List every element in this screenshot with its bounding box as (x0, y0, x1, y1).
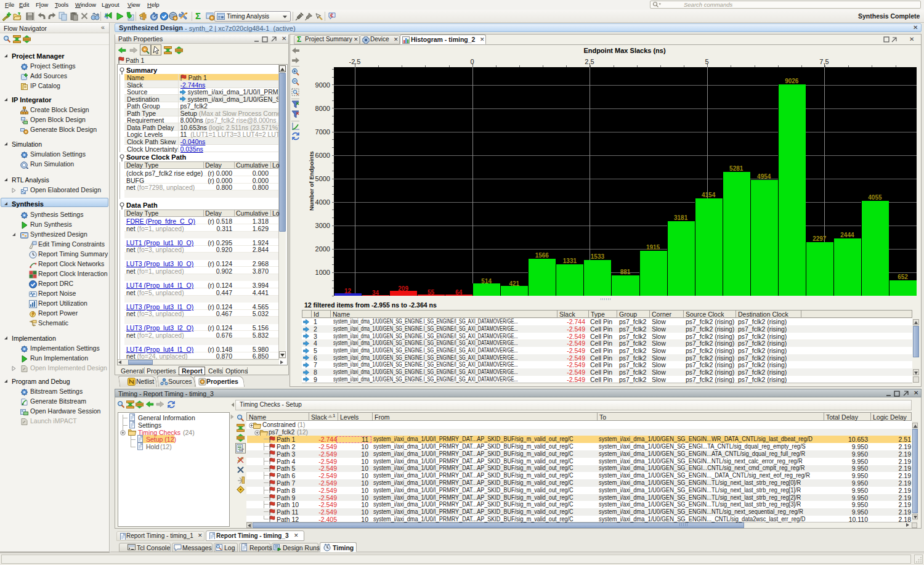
svg-text:€: € (330, 12, 333, 18)
